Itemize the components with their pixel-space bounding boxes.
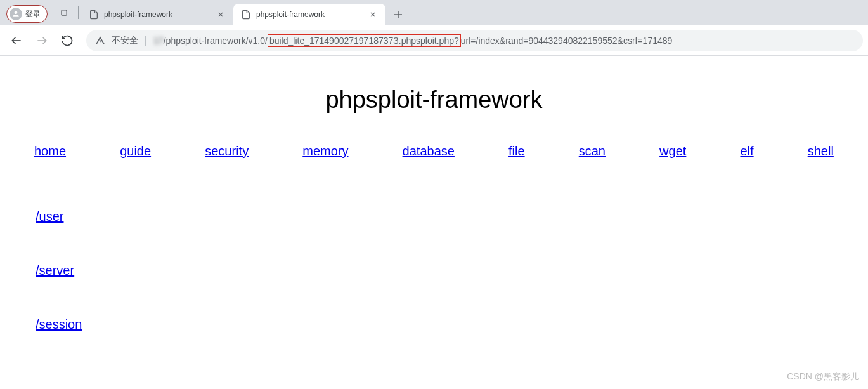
address-bar[interactable]: 不安全 | 17 /phpsploit-framework/v1.0/ buil… bbox=[86, 30, 863, 51]
warning-icon bbox=[95, 36, 105, 46]
nav-link-shell[interactable]: shell bbox=[808, 144, 834, 159]
profile-button[interactable]: 登录 bbox=[6, 5, 48, 23]
watermark: CSDN @黑客影儿 bbox=[787, 371, 859, 383]
url-highlight-box: build_lite_17149002719718737З.phpsploit.… bbox=[268, 34, 461, 47]
nav-link-file[interactable]: file bbox=[508, 144, 525, 159]
arrow-right-icon bbox=[36, 34, 48, 47]
nav-link-scan[interactable]: scan bbox=[579, 144, 606, 159]
tab-search-button[interactable] bbox=[53, 3, 75, 23]
tab-title: phpsploit-framework bbox=[104, 10, 211, 19]
tab-close-button[interactable] bbox=[216, 10, 226, 20]
tab-title: phpsploit-framework bbox=[256, 10, 363, 19]
reload-icon bbox=[61, 34, 74, 47]
separator bbox=[78, 6, 79, 19]
directory-list: /user /server /session bbox=[0, 159, 868, 332]
person-icon bbox=[10, 8, 22, 20]
reload-button[interactable] bbox=[56, 29, 79, 52]
close-icon bbox=[218, 12, 223, 17]
security-status: 不安全 bbox=[112, 35, 138, 46]
forward-button bbox=[30, 29, 53, 52]
separator: | bbox=[145, 35, 147, 46]
nav-link-home[interactable]: home bbox=[34, 144, 66, 159]
page-title: phpsploit-framework bbox=[0, 56, 868, 114]
browser-tab[interactable]: phpsploit-framework bbox=[81, 4, 233, 25]
close-icon bbox=[370, 12, 375, 17]
new-tab-button[interactable] bbox=[389, 6, 407, 23]
plus-icon bbox=[394, 10, 403, 19]
nav-link-security[interactable]: security bbox=[205, 144, 249, 159]
nav-link-database[interactable]: database bbox=[403, 144, 455, 159]
dir-link-session[interactable]: /session bbox=[36, 317, 82, 331]
nav-link-wget[interactable]: wget bbox=[659, 144, 686, 159]
page-content: phpsploit-framework home guide security … bbox=[0, 56, 868, 389]
nav-link-guide[interactable]: guide bbox=[120, 144, 151, 159]
browser-toolbar: 不安全 | 17 /phpsploit-framework/v1.0/ buil… bbox=[0, 25, 868, 56]
dir-link-user[interactable]: /user bbox=[36, 209, 63, 223]
url-text: 17 /phpsploit-framework/v1.0/ build_lite… bbox=[153, 34, 672, 47]
browser-tab-active[interactable]: phpsploit-framework bbox=[233, 4, 385, 25]
svg-rect-0 bbox=[62, 10, 67, 15]
profile-label: 登录 bbox=[25, 9, 41, 20]
nav-link-memory[interactable]: memory bbox=[302, 144, 348, 159]
dir-link-server[interactable]: /server bbox=[36, 263, 74, 277]
arrow-left-icon bbox=[10, 34, 23, 47]
nav-link-elf[interactable]: elf bbox=[740, 144, 753, 159]
back-button[interactable] bbox=[5, 29, 28, 52]
tab-close-button[interactable] bbox=[368, 10, 378, 20]
page-icon bbox=[89, 10, 99, 20]
browser-tab-strip: 登录 phpsploit-framework phpsploit-framewo… bbox=[0, 0, 868, 25]
top-nav: home guide security memory database file… bbox=[0, 114, 868, 159]
page-icon bbox=[241, 10, 251, 20]
